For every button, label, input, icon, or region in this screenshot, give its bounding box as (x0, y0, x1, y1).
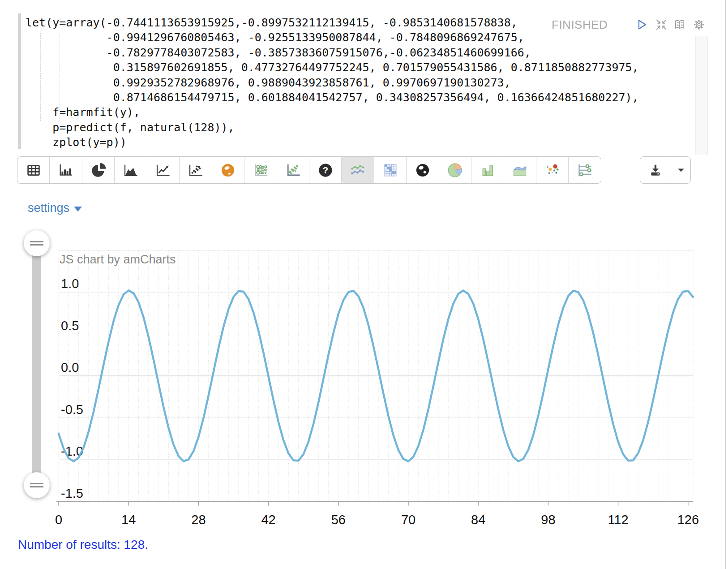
svg-text:?: ? (322, 165, 328, 175)
toolbar-item-line-series-icon[interactable] (342, 157, 374, 183)
toolbar-item-help-icon[interactable]: ? (309, 157, 342, 183)
svg-text:1.0: 1.0 (61, 276, 79, 291)
grip-line (30, 486, 43, 487)
chart-area[interactable]: 1.00.50.0-0.5-1.0-1.50142842567084981121… (45, 244, 703, 538)
toolbar-item-scatter-green-icon[interactable] (277, 157, 309, 183)
svg-text:126: 126 (677, 513, 699, 527)
line-chart-plot[interactable]: 1.00.50.0-0.5-1.0-1.50142842567084981121… (45, 244, 703, 538)
horizontal-gridlines (56, 250, 693, 502)
y-axis-labels: 1.00.50.0-0.5-1.0-1.5 (61, 276, 83, 500)
indent-guide (60, 33, 60, 121)
indent-guide (40, 33, 41, 121)
svg-text:28: 28 (191, 513, 206, 527)
chart-title: JS chart by amCharts (60, 253, 176, 266)
svg-text:-0.5: -0.5 (61, 402, 83, 417)
toolbar-item-bubble-grid-icon[interactable] (244, 157, 277, 183)
toolbar-item-table-icon[interactable] (17, 157, 50, 183)
settings-label: settings (28, 201, 69, 215)
editor-scrollbar[interactable] (695, 36, 708, 155)
toolbar-item-column-green-icon[interactable] (471, 157, 504, 183)
toolbar-item-heatmap-icon[interactable] (374, 157, 407, 183)
svg-text:112: 112 (608, 513, 629, 527)
x-axis-ticks: 014284256708498112126 (55, 502, 699, 527)
page-scrollbar[interactable] (725, 0, 726, 569)
toolbar-item-globe-orange-icon[interactable] (212, 157, 244, 183)
toolbar-item-pie-chart-icon[interactable] (82, 157, 115, 183)
play-icon[interactable] (635, 18, 648, 31)
grip-line (30, 244, 43, 246)
toolbar-item-bar-chart-icon[interactable] (50, 157, 82, 183)
collapse-icon[interactable] (655, 18, 668, 31)
gear-icon[interactable] (692, 18, 706, 31)
results-count: Number of results: 128. (18, 538, 148, 552)
svg-text:0.5: 0.5 (61, 319, 79, 333)
code-editor-left-bar (18, 13, 21, 149)
toolbar-item-pie-color-icon[interactable] (439, 157, 471, 183)
settings-link[interactable]: settings (28, 201, 82, 215)
indent-guide (79, 33, 79, 121)
svg-text:14: 14 (121, 513, 136, 527)
svg-text:84: 84 (471, 513, 485, 527)
svg-text:-1.5: -1.5 (61, 486, 83, 500)
app-screen: let(y=array(-0.7441113653915925,-0.89975… (0, 0, 728, 569)
download-button[interactable] (640, 157, 671, 183)
chart-type-toolbar: ? (17, 156, 601, 184)
grip-line (30, 241, 43, 242)
export-toolbar (640, 156, 691, 184)
code-text[interactable]: let(y=array(-0.7441113653915925,-0.89975… (18, 13, 689, 150)
download-options-caret[interactable] (671, 157, 690, 183)
settings-caret-icon (74, 207, 82, 211)
toolbar-item-globe-dark-icon[interactable] (407, 157, 439, 183)
grip-line (30, 483, 43, 484)
svg-text:0: 0 (55, 513, 62, 527)
toolbar-item-stacked-area-icon[interactable] (504, 157, 536, 183)
svg-text:0.0: 0.0 (61, 360, 79, 375)
toolbar-item-range-slider-icon[interactable] (569, 157, 600, 183)
toolbar-item-bubble-color-icon[interactable] (536, 157, 569, 183)
book-icon[interactable] (673, 18, 686, 31)
svg-text:42: 42 (261, 513, 275, 527)
svg-text:56: 56 (331, 513, 346, 527)
toolbar-item-area-chart-icon[interactable] (115, 157, 147, 183)
toolbar-item-scatter-plot-icon[interactable] (180, 157, 212, 183)
code-editor[interactable]: let(y=array(-0.7441113653915925,-0.89975… (18, 13, 689, 152)
chart-vertical-zoom-track[interactable] (32, 243, 41, 485)
status-finished: FINISHED (552, 18, 608, 32)
svg-text:98: 98 (541, 513, 555, 527)
svg-text:70: 70 (401, 513, 415, 527)
toolbar-item-line-chart-icon[interactable] (147, 157, 180, 183)
